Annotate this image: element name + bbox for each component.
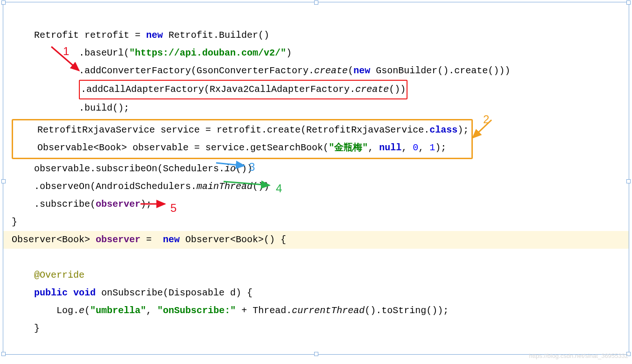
code-block: Retrofit retrofit = new Retrofit.Builder…: [3, 2, 629, 337]
code-line-4: .addCallAdapterFactory(RxJava2CallAdapte…: [12, 84, 407, 95]
arrow-4-icon: [223, 180, 274, 189]
annotation-label-4: 4: [276, 178, 282, 199]
code-line-10: .subscribe(observer);: [12, 199, 152, 210]
method-signature: public void onSubscribe(Disposable d) {: [12, 287, 253, 298]
log-line: Log.e("umbrella", "onSubscribe:" + Threa…: [12, 305, 449, 316]
annotation-label-3: 3: [249, 156, 255, 178]
resize-handle-icon[interactable]: [314, 0, 318, 5]
code-line-3: .addConverterFactory(GsonConverterFactor…: [12, 65, 510, 76]
selection-frame: Retrofit retrofit = new Retrofit.Builder…: [3, 2, 629, 355]
resize-handle-icon[interactable]: [314, 352, 318, 356]
resize-handle-icon[interactable]: [1, 179, 6, 183]
observer-declaration: Observer<Book> observer = new Observer<B…: [3, 231, 629, 249]
watermark-text: https://blog.csdn.net/sinat_36955332: [529, 350, 629, 362]
svg-line-2: [216, 163, 244, 166]
svg-line-0: [51, 47, 79, 70]
code-line-11: }: [12, 217, 17, 227]
override-annotation: @Override: [12, 270, 84, 280]
arrow-2-icon: [469, 118, 497, 141]
resize-handle-icon[interactable]: [626, 0, 631, 5]
arrow-5-icon: [140, 201, 169, 208]
highlight-box-1: .addCallAdapterFactory(RxJava2CallAdapte…: [79, 80, 407, 99]
svg-line-1: [473, 120, 492, 138]
highlight-box-2: RetrofitRxjavaService service = retrofit…: [12, 119, 473, 159]
close-method: }: [12, 323, 40, 334]
annotation-label-5: 5: [170, 197, 176, 219]
resize-handle-icon[interactable]: [626, 179, 631, 183]
arrow-1-icon: [49, 44, 86, 77]
code-line-5: .build();: [12, 103, 129, 113]
resize-handle-icon[interactable]: [1, 352, 6, 356]
svg-line-3: [224, 182, 269, 185]
code-line-1: Retrofit retrofit = new Retrofit.Builder…: [12, 30, 269, 41]
arrow-3-icon: [215, 161, 249, 168]
resize-handle-icon[interactable]: [1, 0, 6, 5]
